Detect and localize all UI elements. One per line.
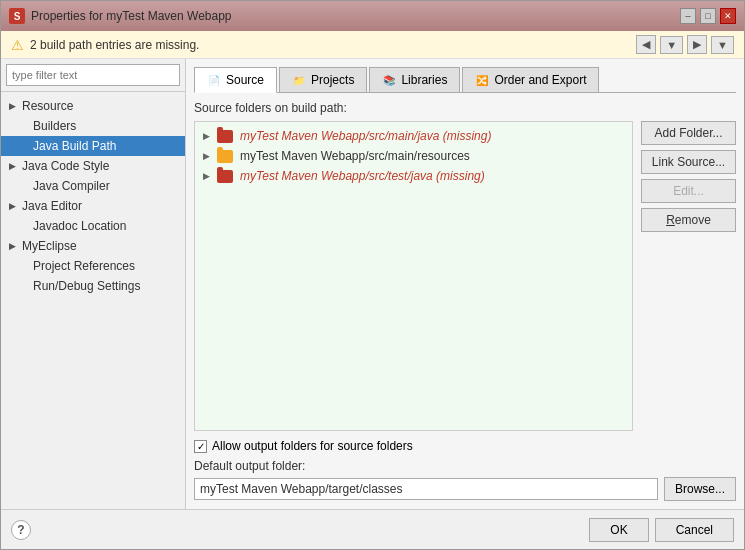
sidebar-item-resource[interactable]: ▶ Resource bbox=[1, 96, 185, 116]
tree-item-2[interactable]: ▶ myTest Maven Webapp/src/test/java (mis… bbox=[199, 166, 628, 186]
link-source-button[interactable]: Link Source... bbox=[641, 150, 736, 174]
tab-libraries-label: Libraries bbox=[401, 73, 447, 87]
source-area: ▶ myTest Maven Webapp/src/main/java (mis… bbox=[194, 121, 736, 431]
cancel-button[interactable]: Cancel bbox=[655, 518, 734, 542]
action-buttons: Add Folder... Link Source... Edit... Rem… bbox=[641, 121, 736, 431]
sidebar-item-builders[interactable]: Builders bbox=[1, 116, 185, 136]
tab-libraries[interactable]: 📚 Libraries bbox=[369, 67, 460, 92]
minimize-button[interactable]: – bbox=[680, 8, 696, 24]
remove-button[interactable]: Remove bbox=[641, 208, 736, 232]
tabs: 📄 Source 📁 Projects 📚 Libraries 🔀 Order … bbox=[194, 67, 736, 93]
order-tab-icon: 🔀 bbox=[475, 73, 489, 87]
sidebar-item-label: Project References bbox=[33, 259, 135, 273]
tab-order-export[interactable]: 🔀 Order and Export bbox=[462, 67, 599, 92]
forward-button[interactable]: ▶ bbox=[687, 35, 707, 54]
sidebar-item-label: Builders bbox=[33, 119, 76, 133]
tree-expand-arrow: ▶ bbox=[203, 151, 213, 161]
output-folder-input[interactable] bbox=[194, 478, 658, 500]
warning-text: 2 build path entries are missing. bbox=[30, 38, 199, 52]
sidebar-item-label: Resource bbox=[22, 99, 73, 113]
sidebar-item-label: Java Code Style bbox=[22, 159, 109, 173]
default-output-label: Default output folder: bbox=[194, 459, 736, 473]
allow-output-folders-checkbox[interactable]: ✓ bbox=[194, 440, 207, 453]
app-icon: S bbox=[9, 8, 25, 24]
sidebar-item-java-build-path[interactable]: Java Build Path bbox=[1, 136, 185, 156]
edit-button[interactable]: Edit... bbox=[641, 179, 736, 203]
right-panel: 📄 Source 📁 Projects 📚 Libraries 🔀 Order … bbox=[186, 59, 744, 509]
title-bar-left: S Properties for myTest Maven Webapp bbox=[9, 8, 232, 24]
back-button[interactable]: ◀ bbox=[636, 35, 656, 54]
add-folder-button[interactable]: Add Folder... bbox=[641, 121, 736, 145]
tree-item-1[interactable]: ▶ myTest Maven Webapp/src/main/resources bbox=[199, 146, 628, 166]
source-tree[interactable]: ▶ myTest Maven Webapp/src/main/java (mis… bbox=[194, 121, 633, 431]
allow-output-folders-label: Allow output folders for source folders bbox=[212, 439, 413, 453]
tree-item-0[interactable]: ▶ myTest Maven Webapp/src/main/java (mis… bbox=[199, 126, 628, 146]
remove-button-label: Remove bbox=[666, 213, 711, 227]
sidebar-item-label: Java Compiler bbox=[33, 179, 110, 193]
nav-menu-button[interactable]: ▼ bbox=[711, 36, 734, 54]
warning-bar-right: ◀ ▼ ▶ ▼ bbox=[636, 35, 734, 54]
bottom-options: ✓ Allow output folders for source folder… bbox=[194, 439, 736, 501]
sidebar-item-label: Javadoc Location bbox=[33, 219, 126, 233]
sidebar-item-java-editor[interactable]: ▶ Java Editor bbox=[1, 196, 185, 216]
footer-left: ? bbox=[11, 520, 31, 540]
sidebar-item-java-code-style[interactable]: ▶ Java Code Style bbox=[1, 156, 185, 176]
tab-source-label: Source bbox=[226, 73, 264, 87]
sidebar-item-label: Java Editor bbox=[22, 199, 82, 213]
expand-arrow: ▶ bbox=[9, 201, 16, 211]
sidebar-item-label: Run/Debug Settings bbox=[33, 279, 140, 293]
tree-item-label-1: myTest Maven Webapp/src/main/resources bbox=[240, 149, 470, 163]
sidebar-item-javadoc-location[interactable]: Javadoc Location bbox=[1, 216, 185, 236]
title-bar: S Properties for myTest Maven Webapp – □… bbox=[1, 1, 744, 31]
sidebar-item-label: Java Build Path bbox=[33, 139, 116, 153]
tree-item-label-2: myTest Maven Webapp/src/test/java (missi… bbox=[240, 169, 485, 183]
source-folders-label: Source folders on build path: bbox=[194, 101, 736, 115]
tab-order-export-label: Order and Export bbox=[494, 73, 586, 87]
sidebar-item-label: MyEclipse bbox=[22, 239, 77, 253]
main-content: ▶ Resource Builders Java Build Path ▶ Ja… bbox=[1, 59, 744, 509]
expand-arrow: ▶ bbox=[9, 101, 16, 111]
allow-output-folders-row: ✓ Allow output folders for source folder… bbox=[194, 439, 736, 453]
libraries-tab-icon: 📚 bbox=[382, 73, 396, 87]
projects-tab-icon: 📁 bbox=[292, 73, 306, 87]
close-button[interactable]: ✕ bbox=[720, 8, 736, 24]
window-controls: – □ ✕ bbox=[680, 8, 736, 24]
nav-dropdown-button[interactable]: ▼ bbox=[660, 36, 683, 54]
sidebar-item-myeclipse[interactable]: ▶ MyEclipse bbox=[1, 236, 185, 256]
filter-input[interactable] bbox=[6, 64, 180, 86]
tree-expand-arrow: ▶ bbox=[203, 171, 213, 181]
help-button[interactable]: ? bbox=[11, 520, 31, 540]
maximize-button[interactable]: □ bbox=[700, 8, 716, 24]
warning-icon: ⚠ bbox=[11, 37, 24, 53]
footer: ? OK Cancel bbox=[1, 509, 744, 549]
expand-arrow: ▶ bbox=[9, 161, 16, 171]
tab-projects[interactable]: 📁 Projects bbox=[279, 67, 367, 92]
sidebar: ▶ Resource Builders Java Build Path ▶ Ja… bbox=[1, 59, 186, 509]
output-row: Browse... bbox=[194, 477, 736, 501]
sidebar-list: ▶ Resource Builders Java Build Path ▶ Ja… bbox=[1, 92, 185, 509]
tree-item-label-0: myTest Maven Webapp/src/main/java (missi… bbox=[240, 129, 491, 143]
tree-expand-arrow: ▶ bbox=[203, 131, 213, 141]
expand-arrow: ▶ bbox=[9, 241, 16, 251]
tab-projects-label: Projects bbox=[311, 73, 354, 87]
warning-bar: ⚠ 2 build path entries are missing. ◀ ▼ … bbox=[1, 31, 744, 59]
tab-source[interactable]: 📄 Source bbox=[194, 67, 277, 93]
sidebar-item-project-references[interactable]: Project References bbox=[1, 256, 185, 276]
footer-right: OK Cancel bbox=[589, 518, 734, 542]
properties-window: S Properties for myTest Maven Webapp – □… bbox=[0, 0, 745, 550]
sidebar-item-java-compiler[interactable]: Java Compiler bbox=[1, 176, 185, 196]
ok-button[interactable]: OK bbox=[589, 518, 648, 542]
window-title: Properties for myTest Maven Webapp bbox=[31, 9, 232, 23]
sidebar-item-run-debug-settings[interactable]: Run/Debug Settings bbox=[1, 276, 185, 296]
filter-box bbox=[1, 59, 185, 92]
source-tab-icon: 📄 bbox=[207, 73, 221, 87]
browse-button[interactable]: Browse... bbox=[664, 477, 736, 501]
